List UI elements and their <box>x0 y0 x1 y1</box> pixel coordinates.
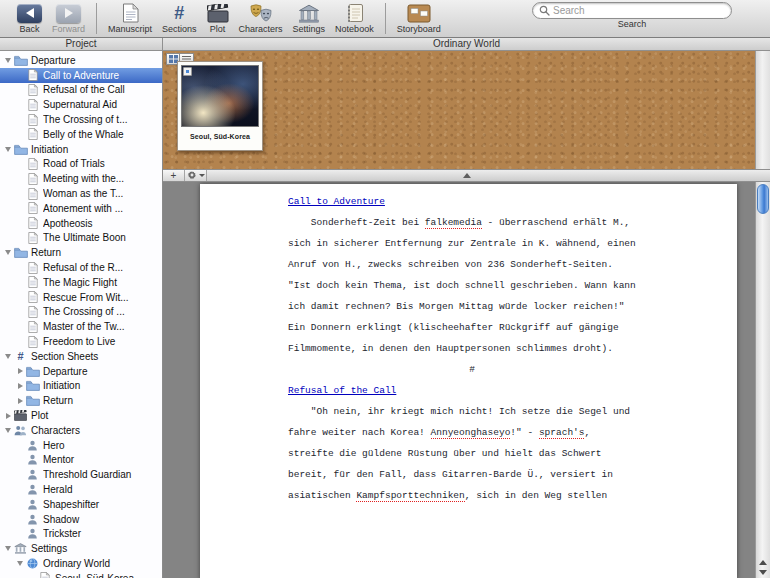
disclosure-triangle[interactable] <box>3 428 13 433</box>
sidebar-item-threshold-guardian[interactable]: Threshold Guardian <box>0 467 162 482</box>
split-handle[interactable] <box>463 173 471 178</box>
sidebar-item-refusal-of-the-r[interactable]: Refusal of the R... <box>0 260 162 275</box>
scrollbar-thumb[interactable] <box>757 184 769 214</box>
sidebar-item-the-crossing-of[interactable]: The Crossing of ... <box>0 305 162 320</box>
sidebar-item-atonement-with[interactable]: Atonement with ... <box>0 201 162 216</box>
sidebar-item-supernatural-aid[interactable]: Supernatural Aid <box>0 97 162 112</box>
manuscript-button[interactable]: Manuscript <box>108 2 152 34</box>
sidebar-item-label: Shadow <box>43 514 162 525</box>
doc-icon <box>25 69 40 81</box>
forward-label: Forward <box>52 24 85 34</box>
sidebar-item-initiation[interactable]: Initiation <box>0 379 162 394</box>
back-button[interactable]: Back <box>17 2 42 34</box>
sidebar-item-characters[interactable]: Characters <box>0 423 162 438</box>
scroll-down-arrow[interactable] <box>756 570 770 575</box>
notebook-button[interactable]: Notebook <box>335 2 374 34</box>
manuscript-text: Call to Adventure Sonderheft-Zeit bei fa… <box>288 191 656 506</box>
sidebar-item-label: Return <box>31 247 162 258</box>
sidebar-item-meeting-with-the[interactable]: Meeting with the... <box>0 171 162 186</box>
doc-icon <box>25 188 40 200</box>
disclosure-triangle[interactable] <box>3 250 13 255</box>
settings-button[interactable]: Settings <box>293 2 326 34</box>
folder-icon <box>13 247 28 259</box>
document-title: Ordinary World <box>163 38 770 50</box>
sidebar-item-ordinary-world[interactable]: Ordinary World <box>0 556 162 571</box>
sidebar-item-apotheosis[interactable]: Apotheosis <box>0 216 162 231</box>
add-button[interactable]: + <box>163 170 185 181</box>
doc-icon <box>25 336 40 348</box>
sidebar-item-freedom-to-live[interactable]: Freedom to Live <box>0 334 162 349</box>
disclosure-triangle[interactable] <box>15 398 25 404</box>
sidebar-item-settings[interactable]: Settings <box>0 541 162 556</box>
sidebar-item-shapeshifter[interactable]: Shapeshifter <box>0 497 162 512</box>
search-input[interactable] <box>553 5 725 16</box>
toolbar: Back Forward Manuscript#SectionsPlotChar… <box>0 0 770 38</box>
sidebar-item-road-of-trials[interactable]: Road of Trials <box>0 157 162 172</box>
sidebar-item-hero[interactable]: Hero <box>0 438 162 453</box>
sidebar-item-herald[interactable]: Herald <box>0 482 162 497</box>
disclosure-triangle[interactable] <box>15 368 25 374</box>
scroll-up-arrow[interactable] <box>756 560 770 565</box>
sidebar-item-return[interactable]: Return <box>0 245 162 260</box>
disclosure-triangle[interactable] <box>15 561 25 566</box>
sidebar-item-departure[interactable]: Departure <box>0 364 162 379</box>
sidebar-item-the-ultimate-boon[interactable]: The Ultimate Boon <box>0 231 162 246</box>
sidebar-item-refusal-of-the-call[interactable]: Refusal of the Call <box>0 83 162 98</box>
misspelled-word: sprach's <box>539 427 585 439</box>
storyboard-button[interactable]: Storyboard <box>397 2 441 34</box>
doc-icon <box>25 291 40 303</box>
toolbar-main-group: Manuscript#SectionsPlotCharactersSetting… <box>103 2 379 34</box>
search-field[interactable] <box>532 2 732 19</box>
sidebar-item-woman-as-the-t[interactable]: Woman as the T... <box>0 186 162 201</box>
notebook-icon <box>345 2 364 24</box>
doc-icon <box>25 173 40 185</box>
scene-separator: # <box>288 359 656 380</box>
manuscript-line: "Oh nein, ihr kriegt mich nicht! Ich set… <box>288 401 656 422</box>
plot-button[interactable]: Plot <box>207 2 229 34</box>
sidebar-item-rescue-from-wit[interactable]: Rescue From Wit... <box>0 290 162 305</box>
sidebar-item-call-to-adventure[interactable]: Call to Adventure <box>0 68 162 83</box>
sections-button[interactable]: #Sections <box>162 2 197 34</box>
manuscript-line: Ein Donnern erklingt (klischeehafter Rüc… <box>288 317 656 338</box>
characters-button[interactable]: Characters <box>239 2 283 34</box>
sidebar-item-label: Plot <box>31 410 162 421</box>
manuscript-line: asiatischen Kampfsporttechniken, sich in… <box>288 485 656 506</box>
sidebar-item-the-magic-flight[interactable]: The Magic Flight <box>0 275 162 290</box>
disclosure-triangle[interactable] <box>3 354 13 359</box>
sidebar-item-mentor[interactable]: Mentor <box>0 453 162 468</box>
index-card[interactable]: Seoul, Süd-Korea <box>177 61 263 151</box>
action-menu-button[interactable] <box>185 170 207 181</box>
corkboard-scrollbar[interactable] <box>755 51 770 169</box>
person-icon <box>25 513 40 525</box>
people-icon <box>13 424 28 436</box>
sidebar-item-master-of-the-tw[interactable]: Master of the Tw... <box>0 319 162 334</box>
sidebar-item-trickster[interactable]: Trickster <box>0 527 162 542</box>
sidebar-item-label: Settings <box>31 543 162 554</box>
folder-icon <box>25 365 40 377</box>
manuscript-page[interactable]: Call to Adventure Sonderheft-Zeit bei fa… <box>200 184 737 578</box>
disclosure-triangle[interactable] <box>3 413 13 419</box>
back-label: Back <box>19 24 39 34</box>
sidebar-item-seoul-s-d-korea[interactable]: Seoul, Süd-Korea <box>0 571 162 578</box>
disclosure-triangle[interactable] <box>3 546 13 551</box>
sidebar-item-section-sheets[interactable]: #Section Sheets <box>0 349 162 364</box>
disclosure-triangle[interactable] <box>15 383 25 389</box>
forward-button[interactable]: Forward <box>52 2 85 34</box>
sidebar-item-initiation[interactable]: Initiation <box>0 142 162 157</box>
toolbar-separator <box>96 3 97 34</box>
sidebar-item-label: Threshold Guardian <box>43 469 162 480</box>
sidebar-item-belly-of-the-whale[interactable]: Belly of the Whale <box>0 127 162 142</box>
vertical-scrollbar[interactable] <box>755 182 770 578</box>
sidebar-item-shadow[interactable]: Shadow <box>0 512 162 527</box>
sidebar-item-departure[interactable]: Departure <box>0 53 162 68</box>
card-caption: Seoul, Süd-Korea <box>181 127 259 145</box>
disclosure-triangle[interactable] <box>3 147 13 152</box>
sidebar-item-label: Herald <box>43 484 162 495</box>
sidebar-item-the-crossing-of-t[interactable]: The Crossing of t... <box>0 112 162 127</box>
sidebar-item-plot[interactable]: Plot <box>0 408 162 423</box>
storyboard-corkboard[interactable]: Seoul, Süd-Korea <box>163 51 770 169</box>
person-icon <box>25 454 40 466</box>
doc-icon <box>25 158 40 170</box>
sidebar-item-return[interactable]: Return <box>0 393 162 408</box>
disclosure-triangle[interactable] <box>3 58 13 63</box>
